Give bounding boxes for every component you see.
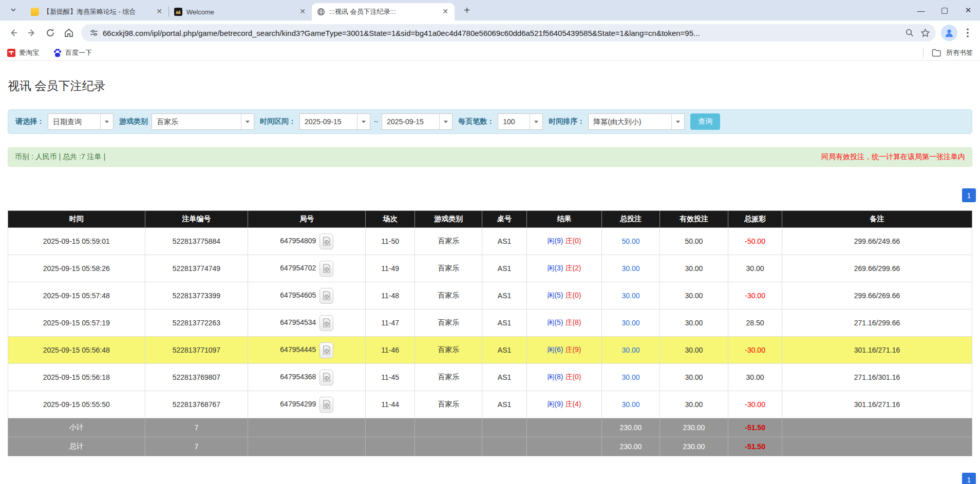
browser-tab-welcome[interactable]: Welcome ✕ [169,3,312,21]
video-playback-button[interactable] [319,261,333,277]
chevron-down-icon[interactable] [241,114,254,129]
page-size-dropdown[interactable]: 100 [498,113,543,130]
site-settings-icon[interactable] [87,26,101,40]
cell-total-bet[interactable]: 30.00 [602,364,660,391]
home-button[interactable] [60,24,78,42]
chevron-down-icon[interactable] [439,114,452,129]
cell-remark: 269.66/299.66 [782,255,972,282]
col-game-type: 游戏类别 [415,211,482,228]
video-record-icon [323,400,331,409]
bookmark-label: 爱淘宝 [19,48,39,57]
table-row: 2025-09-15 05:59:01522813775884647954809… [8,228,972,255]
chevron-down-icon[interactable] [530,114,542,129]
chevron-down-icon[interactable] [671,114,684,129]
cell-payout: 30.00 [728,364,782,391]
col-time: 时间 [8,211,145,228]
chevron-down-icon[interactable] [357,114,370,129]
url-bar[interactable]: 66cxkj98.com/ipl/portal.php/game/betreco… [81,24,936,42]
table-body: 2025-09-15 05:59:01522813775884647954809… [8,228,972,418]
tab-strip: 【新提醒】海燕策略论坛 - 综合 ✕ Welcome ✕ :::视讯 会员下注纪… [0,0,980,21]
cell-session: 11-48 [366,282,415,309]
page-1-button[interactable]: 1 [962,188,976,202]
subtotal-payout: -51.50 [728,418,782,437]
cell-time: 2025-09-15 05:56:18 [8,364,145,391]
col-valid-bet: 有效投注 [659,211,728,228]
cell-total-bet[interactable]: 30.00 [602,391,660,418]
subtotal-row: 小计 7 230.00 230.00 -51.50 [8,418,972,437]
cell-bet-id: 522813774749 [145,255,248,282]
chevron-down-icon[interactable] [100,114,113,129]
round-id-text: 647954702 [280,264,316,272]
maximize-button[interactable]: ▢ [933,0,956,21]
sort-dropdown[interactable]: 降冪(由大到小) [588,113,685,130]
result-banker: 庄(8) [563,318,581,326]
tab-close-icon[interactable]: ✕ [155,8,163,16]
browser-tab-forum[interactable]: 【新提醒】海燕策略论坛 - 综合 ✕ [26,3,168,21]
reload-button[interactable] [41,24,60,42]
browser-tab-betrecord[interactable]: :::视讯 会员下注纪录::: ✕ [312,3,455,21]
result-banker: 庄(4) [563,400,581,408]
bookmark-taobao[interactable]: 爱淘宝 [7,48,39,57]
subtotal-total-bet: 230.00 [602,418,660,437]
cell-total-bet[interactable]: 30.00 [602,337,660,364]
date-from-dropdown[interactable]: 2025-09-15 [299,113,370,130]
cell-time: 2025-09-15 05:57:48 [8,282,145,309]
cell-bet-id: 522813771097 [145,337,248,364]
cell-remark: 271.16/299.66 [782,309,972,337]
minimize-button[interactable]: — [909,0,933,21]
cell-bet-id: 522813772263 [145,309,248,337]
zoom-icon[interactable] [902,25,917,41]
table-row: 2025-09-15 05:56:48522813771097647954445… [8,337,972,364]
tab-close-icon[interactable]: ✕ [298,8,307,16]
back-button[interactable] [4,24,23,42]
col-result: 结果 [526,211,601,228]
subtotal-valid-bet: 230.00 [659,418,728,437]
browser-menu-kebab-icon[interactable] [959,25,976,41]
video-playback-button[interactable] [319,288,333,304]
cell-payout: -30.00 [728,391,782,418]
cell-round-id: 647954809 [248,228,366,255]
result-banker: 庄(0) [563,291,581,299]
date-range-tilde: ~ [374,118,378,126]
tab-close-icon[interactable]: ✕ [441,8,449,16]
date-to-dropdown[interactable]: 2025-09-15 [382,113,453,130]
video-playback-button[interactable] [319,370,333,385]
close-window-button[interactable]: ✕ [956,0,980,21]
tab-search-chevron-icon[interactable] [6,3,21,17]
video-playback-button[interactable] [319,397,333,413]
bookmark-star-icon[interactable] [917,25,933,41]
table-row: 2025-09-15 05:55:50522813768767647954299… [8,391,972,418]
pagination-bottom: 1 [4,473,976,484]
col-bet-id: 注单编号 [145,211,248,228]
cell-table-no: AS1 [482,337,526,364]
new-tab-button[interactable]: + [460,3,474,17]
table-row: 2025-09-15 05:57:19522813772263647954534… [8,309,972,337]
video-playback-button[interactable] [319,342,333,358]
cell-result: 闲(9) 庄(0) [526,228,601,255]
profile-avatar-icon[interactable] [941,25,957,41]
cell-valid-bet: 30.00 [659,282,728,309]
round-id-text: 647954299 [280,400,316,408]
bookmark-baidu[interactable]: 百度一下 [53,48,92,57]
col-session: 场次 [366,211,415,228]
all-bookmarks[interactable]: 所有书签 [923,48,973,57]
cell-total-bet[interactable]: 30.00 [602,255,660,282]
cell-valid-bet: 30.00 [659,337,728,364]
page-1-button[interactable]: 1 [962,473,976,484]
total-payout: -51.50 [728,437,782,456]
result-banker: 庄(2) [563,264,581,272]
cell-remark: 271.16/301.16 [782,364,972,391]
game-type-dropdown[interactable]: 百家乐 [152,113,254,130]
cell-total-bet[interactable]: 30.00 [602,309,660,337]
url-text[interactable]: 66cxkj98.com/ipl/portal.php/game/betreco… [101,29,902,37]
cell-bet-id: 522813769807 [145,364,248,391]
search-button[interactable]: 查询 [690,113,720,130]
video-record-icon [323,318,331,327]
video-playback-button[interactable] [319,315,333,331]
cell-total-bet[interactable]: 30.00 [602,282,660,309]
forward-button[interactable] [23,24,41,42]
query-type-dropdown[interactable]: 日期查询 [48,113,114,130]
cell-total-bet[interactable]: 50.00 [602,228,660,255]
cell-result: 闲(8) 庄(0) [526,364,601,391]
video-playback-button[interactable] [319,234,333,249]
